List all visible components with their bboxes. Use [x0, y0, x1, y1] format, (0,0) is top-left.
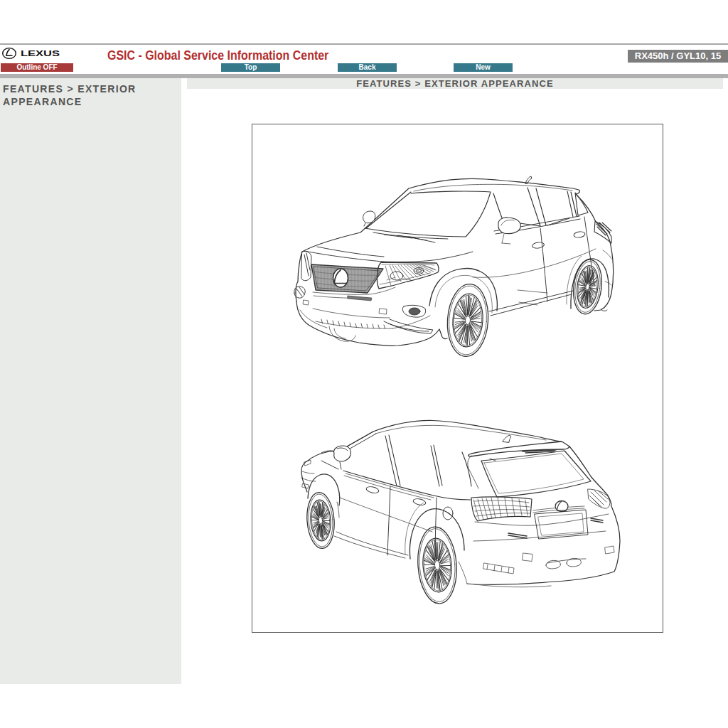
svg-text:LEXUS: LEXUS — [21, 49, 60, 58]
